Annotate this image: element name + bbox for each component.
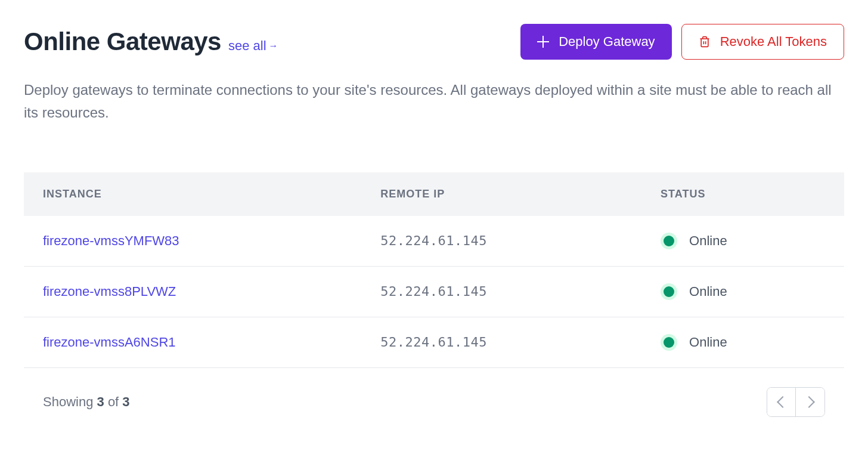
chevron-left-icon xyxy=(777,396,789,408)
plus-icon xyxy=(537,36,549,48)
revoke-label: Revoke All Tokens xyxy=(720,34,827,50)
remote-ip-value: 52.224.61.145 xyxy=(361,317,641,367)
showing-total: 3 xyxy=(122,394,129,409)
table-footer: Showing 3 of 3 xyxy=(24,368,844,436)
see-all-label: see all xyxy=(228,38,266,54)
column-instance: INSTANCE xyxy=(24,172,361,216)
gateways-table: INSTANCE REMOTE IP STATUS firezone-vmssY… xyxy=(24,172,844,368)
next-page-button[interactable] xyxy=(796,388,824,416)
see-all-link[interactable]: see all → xyxy=(228,38,278,54)
table-row: firezone-vmss8PLVWZ 52.224.61.145 Online xyxy=(24,266,844,317)
page-header: Online Gateways see all → Deploy Gateway… xyxy=(24,24,844,60)
table-row: firezone-vmssYMFW83 52.224.61.145 Online xyxy=(24,216,844,267)
instance-link[interactable]: firezone-vmssYMFW83 xyxy=(43,233,179,248)
chevron-right-icon xyxy=(803,396,815,408)
status-badge: Online xyxy=(661,233,825,249)
prev-page-button[interactable] xyxy=(767,388,796,416)
remote-ip-value: 52.224.61.145 xyxy=(361,216,641,267)
status-text: Online xyxy=(689,233,727,249)
showing-prefix: Showing xyxy=(43,394,97,409)
column-remote-ip: REMOTE IP xyxy=(361,172,641,216)
showing-of: of xyxy=(104,394,123,409)
table-header: INSTANCE REMOTE IP STATUS xyxy=(24,172,844,216)
status-text: Online xyxy=(689,335,727,350)
status-badge: Online xyxy=(661,283,825,300)
instance-link[interactable]: firezone-vmssA6NSR1 xyxy=(43,335,176,350)
page-description: Deploy gateways to terminate connections… xyxy=(24,79,844,125)
arrow-right-icon: → xyxy=(269,41,278,51)
status-text: Online xyxy=(689,284,727,299)
table-row: firezone-vmssA6NSR1 52.224.61.145 Online xyxy=(24,317,844,367)
title-group: Online Gateways see all → xyxy=(24,27,278,56)
status-indicator-icon xyxy=(661,233,677,249)
remote-ip-value: 52.224.61.145 xyxy=(361,266,641,317)
showing-count: 3 xyxy=(97,394,104,409)
page-title: Online Gateways xyxy=(24,27,221,56)
status-indicator-icon xyxy=(661,283,677,300)
deploy-gateway-button[interactable]: Deploy Gateway xyxy=(520,24,671,60)
instance-link[interactable]: firezone-vmss8PLVWZ xyxy=(43,284,176,299)
deploy-label: Deploy Gateway xyxy=(559,34,655,50)
status-indicator-icon xyxy=(661,334,677,351)
action-buttons: Deploy Gateway Revoke All Tokens xyxy=(520,24,844,60)
pagination xyxy=(767,387,825,417)
column-status: STATUS xyxy=(641,172,844,216)
showing-text: Showing 3 of 3 xyxy=(43,394,130,410)
revoke-tokens-button[interactable]: Revoke All Tokens xyxy=(681,24,844,60)
trash-icon xyxy=(699,35,711,48)
status-badge: Online xyxy=(661,334,825,351)
